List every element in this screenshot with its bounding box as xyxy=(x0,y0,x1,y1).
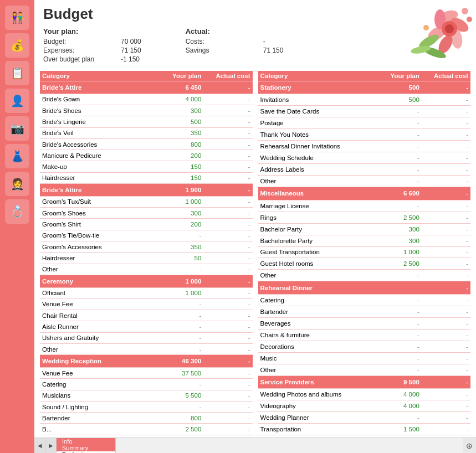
item-actual: - xyxy=(422,129,470,141)
savings-value: 71 150 xyxy=(263,47,284,54)
sidebar-icon-camera[interactable]: 📷 xyxy=(5,116,29,141)
item-plan: - xyxy=(375,117,421,129)
table-row: Wedding Photos and albums 4 000 - xyxy=(258,389,471,400)
item-actual: - xyxy=(422,352,470,364)
item-actual: - xyxy=(422,106,470,117)
table-row: Bride's Gown 4 000 - xyxy=(40,94,253,105)
item-plan: - xyxy=(157,230,203,241)
item-plan: 4 000 xyxy=(157,94,203,105)
item-actual: - xyxy=(203,287,252,298)
table-row: Rehearsal Dinner Invitations - - xyxy=(258,141,471,152)
item-actual: - xyxy=(203,208,252,219)
add-tab-button[interactable]: ⊕ xyxy=(463,438,476,453)
over-budget-label: Over budget plan xyxy=(43,55,110,63)
item-actual: - xyxy=(422,164,470,176)
category-actual: - xyxy=(422,187,470,200)
item-actual: - xyxy=(203,105,252,116)
item-plan: - xyxy=(375,341,421,352)
plan-actual-section: Your plan: Budget: 70 000 Expenses: 71 1… xyxy=(43,27,467,63)
item-actual: - xyxy=(422,117,470,129)
sidebar-icon-couple[interactable]: 👫 xyxy=(5,6,29,30)
item-actual: - xyxy=(422,270,470,281)
table-row: Rings 2 500 - xyxy=(258,212,471,223)
sidebar-icon-money[interactable]: 💰 xyxy=(5,33,29,58)
expenses-label: Expenses: xyxy=(43,47,110,54)
category-plan: 6 450 xyxy=(157,81,203,94)
item-plan: - xyxy=(157,264,203,275)
item-actual: - xyxy=(203,332,252,343)
svg-point-12 xyxy=(467,17,472,22)
item-actual: - xyxy=(422,246,470,258)
table-row: Guest Transportation 1 000 - xyxy=(258,246,471,258)
item-actual: - xyxy=(422,223,470,235)
over-budget-row: Over budget plan -1 150 xyxy=(43,55,141,63)
tab-next-button[interactable]: ▶ xyxy=(45,438,57,453)
category-name: Stationery xyxy=(258,81,375,94)
item-plan: 500 xyxy=(375,94,421,106)
item-name: Venue Fee xyxy=(40,367,157,378)
item-name: Venue Fee xyxy=(40,298,157,310)
item-actual: - xyxy=(422,306,470,317)
page-title: Budget xyxy=(43,6,467,23)
item-actual: - xyxy=(203,138,252,150)
item-name: Bride's Veil xyxy=(40,127,157,138)
table-row: Musicians 5 500 - xyxy=(40,390,253,401)
item-actual: - xyxy=(422,341,470,352)
item-name: Sound / Lighting xyxy=(40,401,157,412)
item-name: Bride's Accessories xyxy=(40,138,157,150)
category-name: Miscellaneous xyxy=(258,187,375,200)
item-plan: - xyxy=(157,344,203,355)
left-budget-table: Category Your plan Actual cost Bride's A… xyxy=(40,71,253,435)
item-name: Groom's Shirt xyxy=(40,219,157,230)
item-plan: 4 000 xyxy=(375,389,421,400)
table-row: Hairdresser 150 - xyxy=(40,172,253,183)
tab-bar: ◀ ▶ InfoSummaryBudgetTODO listGuestsServ… xyxy=(34,437,476,453)
item-plan: 150 xyxy=(157,172,203,183)
item-actual: - xyxy=(203,94,252,105)
sidebar: 👫💰📋👤📷👗🤵💍 xyxy=(0,0,34,453)
tabs-container: InfoSummaryBudgetTODO listGuestsService … xyxy=(57,438,116,453)
category-actual: - xyxy=(422,281,470,294)
item-name: Hairdresser xyxy=(40,253,157,264)
sidebar-icon-dress[interactable]: 👗 xyxy=(5,144,29,168)
your-plan-label: Your plan: xyxy=(43,27,141,35)
item-plan: 2 500 xyxy=(157,424,203,435)
category-actual: - xyxy=(203,355,252,368)
item-plan: 2 500 xyxy=(375,212,421,223)
table-row: B... 2 500 - xyxy=(40,424,253,435)
table-row: Other - - xyxy=(258,270,471,281)
sidebar-icon-ring[interactable]: 💍 xyxy=(5,199,29,224)
item-plan: 300 xyxy=(157,208,203,219)
sidebar-icon-checklist[interactable]: 📋 xyxy=(5,61,29,85)
table-row: Chair Rental - - xyxy=(40,310,253,321)
table-row: Sound / Lighting - - xyxy=(40,401,253,412)
sidebar-icon-suit[interactable]: 🤵 xyxy=(5,172,29,196)
category-header-row: Service Providers 9 500 - xyxy=(258,375,471,388)
category-name: Ceremony xyxy=(40,275,157,287)
table-row: Other - - xyxy=(258,364,471,375)
tab-prev-button[interactable]: ◀ xyxy=(34,438,45,453)
item-name: Chair Rental xyxy=(40,310,157,321)
item-actual: - xyxy=(203,230,252,241)
item-actual: - xyxy=(203,390,252,401)
item-actual: - xyxy=(203,344,252,355)
sidebar-icon-person[interactable]: 👤 xyxy=(5,89,29,113)
left-col-actual: Actual cost xyxy=(203,71,252,81)
item-name: Aisle Runner xyxy=(40,321,157,332)
item-plan: 37 500 xyxy=(157,367,203,378)
item-name: Address Labels xyxy=(258,164,375,176)
category-plan: 9 500 xyxy=(375,375,421,388)
table-row: Venue Fee - - xyxy=(40,298,253,310)
item-name: B... xyxy=(40,424,157,435)
tab-info[interactable]: Info xyxy=(57,438,116,445)
category-header-row: Ceremony 1 000 - xyxy=(40,275,253,287)
table-row: Bride's Shoes 300 - xyxy=(40,105,253,116)
item-name: Guest Transportation xyxy=(258,246,375,258)
item-actual: - xyxy=(422,400,470,412)
item-actual: - xyxy=(422,94,470,106)
item-name: Marriage License xyxy=(258,200,375,212)
table-row: Bartender - - xyxy=(258,306,471,317)
tab-summary[interactable]: Summary xyxy=(57,445,116,451)
item-name: Wedding Planner xyxy=(258,412,375,424)
category-name: Bride's Attire xyxy=(40,81,157,94)
